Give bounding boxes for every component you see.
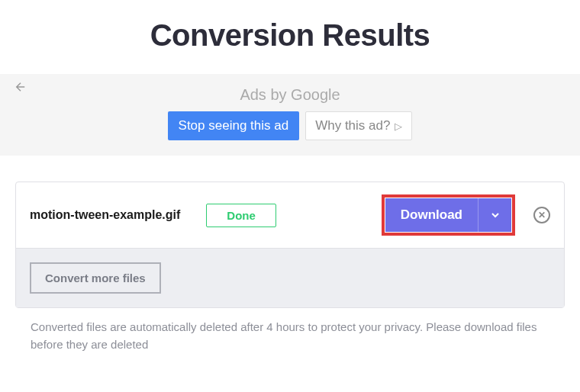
back-arrow-icon[interactable] — [14, 80, 27, 97]
google-logo: Google — [291, 86, 340, 103]
ad-banner: Ads by Google Stop seeing this ad Why th… — [0, 74, 580, 156]
results-card: motion-tween-example.gif Done Download ✕… — [15, 182, 565, 308]
stop-seeing-ad-button[interactable]: Stop seeing this ad — [168, 111, 300, 140]
convert-more-row: Convert more files — [16, 249, 564, 307]
why-ad-label: Why this ad? — [315, 118, 390, 133]
adchoice-icon: ▷ — [395, 120, 402, 132]
page-title: Conversion Results — [0, 0, 580, 74]
download-dropdown-button[interactable] — [478, 198, 511, 232]
why-this-ad-button[interactable]: Why this ad? ▷ — [305, 111, 412, 140]
convert-more-button[interactable]: Convert more files — [30, 262, 161, 294]
file-row: motion-tween-example.gif Done Download ✕ — [16, 182, 564, 249]
footer-note: Converted files are automatically delete… — [15, 308, 565, 353]
ad-header-text: Ads by Google — [240, 86, 340, 104]
filename-text: motion-tween-example.gif — [30, 208, 180, 222]
close-icon: ✕ — [538, 210, 546, 220]
chevron-down-icon — [489, 209, 501, 221]
status-badge: Done — [206, 204, 276, 227]
download-button[interactable]: Download — [385, 198, 478, 232]
remove-file-button[interactable]: ✕ — [533, 207, 550, 223]
download-group-highlight: Download — [382, 194, 515, 236]
